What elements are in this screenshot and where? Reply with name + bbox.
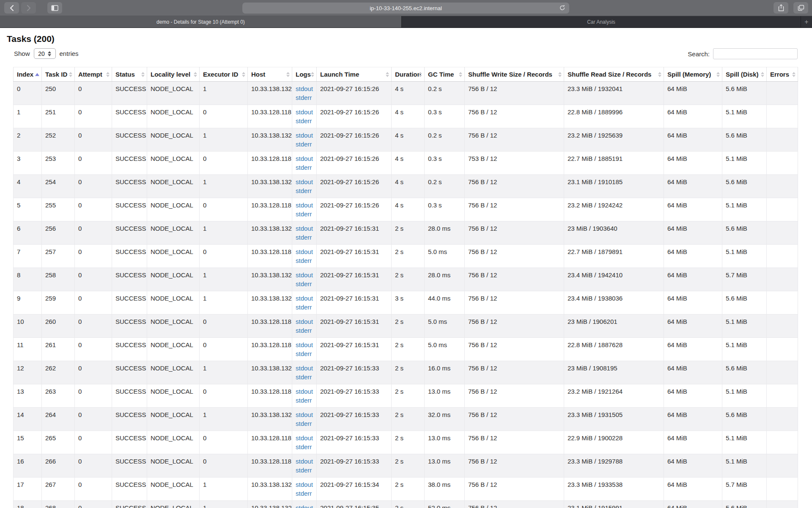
cell-executor-id: 1 [200, 268, 248, 291]
stdout-link[interactable]: stdout [296, 271, 313, 279]
column-header-host[interactable]: Host [248, 67, 292, 82]
stdout-link[interactable]: stdout [296, 154, 313, 163]
column-header-label: Locality level [151, 71, 190, 78]
column-header-errors[interactable]: Errors [767, 67, 798, 82]
stderr-link[interactable]: stderr [296, 466, 313, 475]
address-bar[interactable]: ip-10-33-140-255.ec2.internal [242, 3, 569, 14]
stderr-link[interactable]: stderr [296, 326, 313, 335]
stdout-link[interactable]: stdout [296, 108, 313, 116]
back-button[interactable] [4, 2, 19, 14]
stderr-link[interactable]: stderr [296, 373, 313, 381]
stdout-link[interactable]: stdout [296, 247, 313, 256]
browser-toolbar: ip-10-33-140-255.ec2.internal [0, 0, 812, 16]
stderr-link[interactable]: stderr [296, 349, 313, 358]
share-button[interactable] [774, 2, 788, 14]
column-header-spill-memory-[interactable]: Spill (Memory) [664, 67, 722, 82]
column-header-spill-disk-[interactable]: Spill (Disk) [722, 67, 767, 82]
column-header-launch-time[interactable]: Launch Time [317, 67, 392, 82]
stdout-link[interactable]: stdout [296, 224, 313, 233]
refresh-icon[interactable] [559, 5, 565, 12]
stderr-link[interactable]: stderr [296, 233, 313, 242]
cell-host: 10.33.138.132 [248, 501, 292, 508]
stdout-link[interactable]: stdout [296, 457, 313, 466]
stderr-link[interactable]: stderr [296, 279, 313, 288]
cell-launch-time: 2021-09-27 16:15:31 [317, 268, 392, 291]
stdout-link[interactable]: stdout [296, 480, 313, 489]
search-input[interactable] [713, 48, 798, 59]
stdout-link[interactable]: stdout [296, 340, 313, 349]
stdout-link[interactable]: stdout [296, 131, 313, 140]
stdout-link[interactable]: stdout [296, 364, 313, 373]
cell-executor-id: 0 [200, 198, 248, 221]
stdout-link[interactable]: stdout [296, 201, 313, 210]
column-header-task-id[interactable]: Task ID [42, 67, 75, 82]
cell-index: 7 [14, 245, 42, 268]
stderr-link[interactable]: stderr [296, 396, 313, 405]
stderr-link[interactable]: stderr [296, 93, 313, 102]
stderr-link[interactable]: stderr [296, 489, 313, 498]
cell-gc-time: 13.0 ms [425, 431, 465, 454]
column-header-shuffle-read-size-records[interactable]: Shuffle Read Size / Records [564, 67, 664, 82]
sidebar-toggle-button[interactable] [47, 2, 62, 14]
new-tab-button[interactable]: + [801, 16, 812, 28]
column-header-status[interactable]: Status [112, 67, 147, 82]
cell-status: SUCCESS [112, 82, 147, 105]
tab-overview-button[interactable] [793, 2, 808, 14]
cell-shuffle-write: 756 B / 12 [465, 82, 564, 105]
column-header-locality-level[interactable]: Locality level [147, 67, 200, 82]
cell-task-id: 257 [42, 245, 75, 268]
stderr-link[interactable]: stderr [296, 303, 313, 312]
stdout-link[interactable]: stdout [296, 84, 313, 93]
stdout-link[interactable]: stdout [296, 433, 313, 442]
cell-host: 10.33.138.132 [248, 82, 292, 105]
table-header-row: IndexTask IDAttemptStatusLocality levelE… [14, 67, 798, 82]
cell-duration: 2 s [392, 408, 425, 431]
cell-task-id: 265 [42, 431, 75, 454]
cell-index: 14 [14, 408, 42, 431]
tab-car-analysis[interactable]: Car Analysis [401, 16, 801, 28]
cell-attempt: 0 [75, 82, 112, 105]
stderr-link[interactable]: stderr [296, 419, 313, 428]
column-header-attempt[interactable]: Attempt [75, 67, 112, 82]
stdout-link[interactable]: stdout [296, 294, 313, 303]
stderr-link[interactable]: stderr [296, 163, 313, 172]
column-header-executor-id[interactable]: Executor ID [200, 67, 248, 82]
stderr-link[interactable]: stderr [296, 140, 313, 149]
column-header-duration[interactable]: Duration [392, 67, 425, 82]
stderr-link[interactable]: stderr [296, 116, 313, 125]
column-header-index[interactable]: Index [14, 67, 42, 82]
cell-duration: 2 s [392, 268, 425, 291]
stdout-link[interactable]: stdout [296, 387, 313, 396]
stderr-link[interactable]: stderr [296, 210, 313, 218]
column-header-logs[interactable]: Logs [292, 67, 317, 82]
cell-spill-memory: 64 MiB [664, 408, 722, 431]
stderr-link[interactable]: stderr [296, 256, 313, 265]
page-length-select[interactable]: 20 [34, 48, 56, 59]
cell-status: SUCCESS [112, 431, 147, 454]
stdout-link[interactable]: stdout [296, 503, 313, 508]
cell-locality: NODE_LOCAL [147, 338, 200, 361]
tab-stage-details[interactable]: demo - Details for Stage 10 (Attempt 0) [0, 16, 401, 28]
column-header-shuffle-write-size-records[interactable]: Shuffle Write Size / Records [465, 67, 564, 82]
sort-icon [69, 72, 72, 77]
cell-attempt: 0 [75, 338, 112, 361]
cell-launch-time: 2021-09-27 16:15:26 [317, 128, 392, 152]
stdout-link[interactable]: stdout [296, 177, 313, 186]
cell-attempt: 0 [75, 384, 112, 408]
cell-errors [767, 221, 798, 245]
cell-status: SUCCESS [112, 128, 147, 152]
column-header-gc-time[interactable]: GC Time [425, 67, 465, 82]
tasks-table: IndexTask IDAttemptStatusLocality levelE… [13, 67, 798, 508]
cell-errors [767, 501, 798, 508]
stdout-link[interactable]: stdout [296, 410, 313, 419]
search-control: Search: [688, 48, 798, 59]
cell-shuffle-read: 23.3 MiB / 1932041 [564, 82, 664, 105]
stdout-link[interactable]: stdout [296, 317, 313, 326]
stderr-link[interactable]: stderr [296, 186, 313, 195]
stderr-link[interactable]: stderr [296, 442, 313, 451]
cell-shuffle-write: 756 B / 12 [465, 431, 564, 454]
table-row: 92590SUCCESSNODE_LOCAL110.33.138.132stdo… [14, 291, 798, 315]
cell-duration: 2 s [392, 501, 425, 508]
cell-executor-id: 0 [200, 245, 248, 268]
forward-button[interactable] [21, 2, 36, 14]
